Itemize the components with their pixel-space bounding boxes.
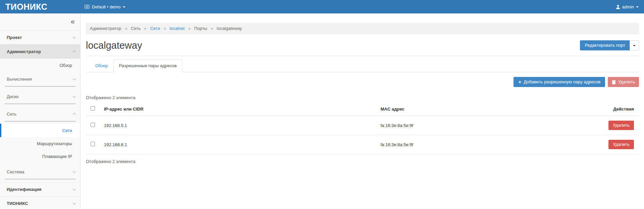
- table-actions: + Добавить разрешенную пару адресов Удал…: [86, 77, 639, 87]
- breadcrumb-network: Сеть: [131, 26, 141, 31]
- edit-port-dropdown-toggle[interactable]: [630, 40, 639, 50]
- sidebar-group-network[interactable]: Сеть: [0, 107, 80, 121]
- chevron-up-icon: [73, 50, 76, 53]
- sidebar-divider: [5, 121, 75, 122]
- breadcrumb-current: localgateway: [217, 26, 242, 31]
- column-header-actions: Действия: [585, 102, 639, 116]
- sidebar-divider: [5, 103, 75, 104]
- sidebar-item-label: Обзор: [59, 63, 72, 68]
- person-icon: [616, 5, 620, 9]
- breadcrumb-ports: Порты: [194, 26, 207, 31]
- edit-port-button[interactable]: Редактировать порт: [580, 40, 630, 50]
- sidebar-item-routers[interactable]: Маршрутизаторы: [0, 137, 80, 150]
- chevron-down-icon: [73, 77, 76, 80]
- project-switcher-label: Default • demo: [92, 4, 120, 9]
- breadcrumb: Администратор » Сеть » Сети » localnet »…: [86, 23, 639, 34]
- sidebar-item-label: Администратор: [7, 49, 41, 54]
- app-window: ТИОНИКС Default • demo admin « Проект Ад…: [0, 0, 644, 209]
- user-menu-label: admin: [622, 4, 634, 9]
- sidebar-group-compute[interactable]: Вычисления: [0, 72, 80, 86]
- row-delete-button[interactable]: Удалить: [608, 121, 634, 130]
- sidebar-item-admin[interactable]: Администратор: [0, 44, 80, 58]
- tab-overview[interactable]: Обзор: [90, 59, 113, 72]
- cell-mac: fa:16:3e:8a:5e:9f: [378, 116, 586, 135]
- page-header: localgateway Редактировать порт: [86, 38, 639, 53]
- chevron-down-icon: [73, 35, 76, 39]
- chevron-down-icon: [73, 94, 76, 98]
- cell-ip: 192.168.6.1: [101, 135, 378, 154]
- breadcrumb-admin: Администратор: [90, 26, 121, 31]
- breadcrumb-separator: »: [211, 26, 213, 31]
- top-navbar: ТИОНИКС Default • demo admin: [0, 0, 644, 13]
- breadcrumb-separator: »: [164, 26, 166, 31]
- address-pairs-table: IP-адрес или CIDR MAC адрес Действия 192…: [86, 102, 639, 154]
- sidebar-collapse-row: «: [0, 13, 80, 30]
- sidebar-item-floating-ips[interactable]: Плавающие IP: [0, 150, 80, 163]
- sidebar-item-label: Проект: [7, 35, 22, 40]
- tab-allowed-address-pairs[interactable]: Разрешенные пары адресов: [113, 59, 182, 72]
- user-menu[interactable]: admin: [616, 4, 639, 9]
- sidebar-divider: [5, 179, 75, 179]
- sidebar-item-label: Вычисления: [7, 77, 32, 82]
- sidebar-item-networks[interactable]: Сети: [0, 124, 80, 137]
- project-switcher[interactable]: Default • demo: [85, 4, 125, 9]
- sidebar: « Проект Администратор Обзор Вычисления …: [0, 13, 80, 209]
- sidebar-item-tionix[interactable]: ТИОНИКС: [0, 196, 80, 209]
- list-icon: [85, 5, 90, 9]
- table-caption-top: Отображено 2 элемента: [86, 95, 639, 100]
- sidebar-group-volumes[interactable]: Диски: [0, 89, 80, 103]
- chevron-down-icon: [636, 6, 639, 8]
- add-address-pair-button[interactable]: + Добавить разрешенную пару адресов: [514, 77, 605, 87]
- delete-selected-label: Удалить: [618, 79, 635, 85]
- sidebar-item-label: Идентификация: [7, 187, 42, 192]
- page-title: localgateway: [86, 40, 142, 51]
- table-row: 192.168.6.1 fa:16:3e:8a:5e:9f Удалить: [86, 135, 639, 154]
- breadcrumb-networks-link[interactable]: Сети: [150, 26, 160, 31]
- column-header-mac: MAC адрес: [378, 102, 586, 116]
- row-checkbox[interactable]: [91, 142, 95, 146]
- breadcrumb-separator: »: [144, 26, 147, 31]
- table-header-row: IP-адрес или CIDR MAC адрес Действия: [86, 102, 639, 116]
- sidebar-item-label: Система: [7, 169, 24, 174]
- cell-ip: 192.168.5.1: [101, 116, 378, 135]
- row-checkbox[interactable]: [91, 123, 95, 127]
- sidebar-item-overview[interactable]: Обзор: [0, 58, 80, 72]
- breadcrumb-separator: »: [125, 26, 127, 31]
- add-address-pair-label: Добавить разрешенную пару адресов: [524, 79, 600, 85]
- column-header-ip: IP-адрес или CIDR: [101, 102, 378, 116]
- brand-logo[interactable]: ТИОНИКС: [0, 0, 80, 13]
- delete-selected-button[interactable]: Удалить: [608, 77, 639, 87]
- tab-bar: Обзор Разрешенные пары адресов: [86, 59, 639, 72]
- select-all-checkbox[interactable]: [91, 106, 95, 111]
- edit-port-button-group: Редактировать порт: [580, 40, 639, 50]
- chevron-up-icon: [73, 113, 76, 116]
- chevron-down-icon: [123, 6, 125, 8]
- sidebar-item-identity[interactable]: Идентификация: [0, 182, 80, 196]
- sidebar-item-label: Плавающие IP: [42, 154, 72, 159]
- breadcrumb-separator: »: [188, 26, 191, 31]
- sidebar-item-label: ТИОНИКС: [7, 201, 28, 206]
- row-delete-button[interactable]: Удалить: [608, 140, 634, 149]
- header-divider: [86, 56, 639, 56]
- caret-down-icon: [633, 45, 636, 46]
- main-content: Администратор » Сеть » Сети » localnet »…: [81, 13, 644, 209]
- cell-mac: fa:16:3e:8a:5e:9f: [378, 135, 586, 154]
- sidebar-divider: [5, 86, 75, 87]
- breadcrumb-localnet-link[interactable]: localnet: [170, 26, 185, 31]
- sidebar-group-system[interactable]: Система: [0, 165, 80, 179]
- chevron-down-icon: [73, 187, 76, 191]
- chevron-down-icon: [73, 170, 76, 173]
- trash-icon: [612, 80, 616, 84]
- sidebar-item-label: Маршрутизаторы: [37, 141, 72, 146]
- table-row: 192.168.5.1 fa:16:3e:8a:5e:9f Удалить: [86, 116, 639, 135]
- chevron-down-icon: [73, 201, 76, 205]
- table-caption-bottom: Отображено 2 элемента: [86, 159, 639, 164]
- sidebar-item-label: Диски: [7, 94, 19, 99]
- sidebar-item-label: Сеть: [7, 112, 16, 117]
- sidebar-item-project[interactable]: Проект: [0, 30, 80, 44]
- plus-icon: +: [518, 80, 521, 84]
- double-chevron-left-icon[interactable]: «: [71, 18, 75, 26]
- sidebar-item-label: Сети: [62, 128, 72, 133]
